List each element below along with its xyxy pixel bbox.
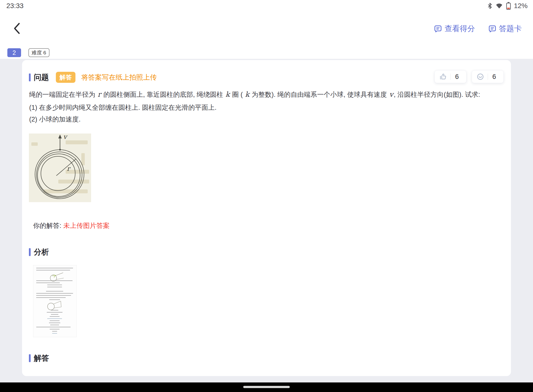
solution-section-header: 解答 <box>29 353 49 363</box>
problem-figure-image[interactable]: r v <box>29 134 91 202</box>
home-indicator-handle[interactable] <box>243 386 290 388</box>
question-card: 问题 解答 将答案写在纸上拍照上传 6 <box>22 60 511 376</box>
system-navigation-bar <box>0 382 533 392</box>
problem-item-1: (1) 在多少时间内绳又全部缠在圆柱上. 圆柱固定在光滑的平面上. <box>29 103 217 112</box>
score-sheet-icon <box>434 24 442 33</box>
solution-section-title: 解答 <box>34 353 49 363</box>
back-button[interactable] <box>11 22 24 35</box>
analysis-section-title: 分析 <box>34 247 49 257</box>
smiley-button[interactable]: 6 <box>472 70 504 83</box>
answer-card-icon <box>488 24 497 33</box>
answer-upload-status: 未上传图片答案 <box>63 222 110 229</box>
status-icons: 12% <box>487 1 528 10</box>
wifi-icon <box>495 2 503 10</box>
bluetooth-icon <box>487 2 493 10</box>
question-section-title: 问题 <box>34 72 49 83</box>
battery-icon <box>505 1 512 10</box>
thumbs-up-button[interactable]: 6 <box>435 70 466 83</box>
question-number-badge: 2 <box>7 48 21 57</box>
smiley-count: 6 <box>488 73 501 81</box>
your-answer-label: 你的解答: <box>33 222 61 229</box>
section-accent-bar <box>29 248 31 256</box>
reaction-buttons: 6 6 <box>435 70 504 83</box>
clock: 23:33 <box>6 2 24 10</box>
problem-item-2: (2) 小球的加速度. <box>29 115 81 124</box>
thumbs-up-icon <box>438 73 450 81</box>
analysis-section-header: 分析 <box>29 247 49 257</box>
section-accent-bar <box>29 354 31 362</box>
smiley-icon <box>475 73 488 81</box>
analysis-image-thumbnail[interactable] <box>33 265 77 337</box>
question-type-badge: 解答 <box>56 72 75 83</box>
question-section-header: 问题 解答 将答案写在纸上拍照上传 <box>29 72 157 83</box>
view-score-label: 查看得分 <box>445 24 475 34</box>
upload-instruction-text: 将答案写在纸上拍照上传 <box>81 73 157 82</box>
screen: 23:33 12% <box>0 0 533 392</box>
your-answer-row: 你的解答:未上传图片答案 <box>33 221 110 230</box>
view-score-link[interactable]: 查看得分 <box>434 24 475 34</box>
answer-card-label: 答题卡 <box>499 24 522 34</box>
thumbs-up-count: 6 <box>451 73 463 81</box>
answer-card-link[interactable]: 答题卡 <box>488 24 522 34</box>
section-accent-bar <box>29 74 31 81</box>
problem-statement: 绳的一端固定在半径为 r 的圆柱侧面上, 靠近圆柱的底部, 绳绕圆柱 k 圈 (… <box>29 90 480 99</box>
battery-percent: 12% <box>514 2 528 10</box>
header-links: 查看得分 答题卡 <box>434 24 522 34</box>
difficulty-badge: 难度 6 <box>28 48 49 57</box>
